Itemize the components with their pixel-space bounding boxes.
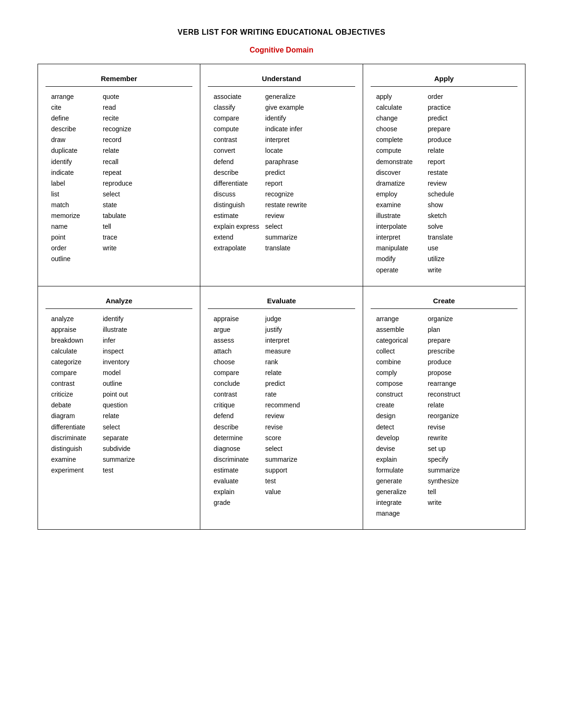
word-item: tabulate [103,210,154,221]
word-item: label [51,178,103,189]
word-item: specify [428,454,479,465]
remember-col2: quotereadreciterecognizerecordrelatereca… [103,91,154,265]
word-item: produce [428,135,479,145]
word-item: summarize [103,454,154,465]
word-item: show [428,200,479,210]
word-item: interpret [376,232,428,243]
word-item: predict [265,378,317,389]
word-item: manage [376,508,428,519]
word-item: explain [213,487,265,497]
word-item: translate [265,243,317,254]
word-item: collect [376,346,428,357]
word-item: examine [376,200,428,210]
word-item: contrast [51,378,103,389]
word-item: describe [213,167,265,178]
analyze-words: analyzeappraisebreakdowncalculatecategor… [46,309,192,480]
word-item: debate [51,400,103,411]
word-item: manipulate [376,243,428,254]
word-item: arrange [51,91,103,102]
analyze-cell: Analyze analyzeappraisebreakdowncalculat… [38,286,200,530]
word-item: diagram [51,411,103,421]
word-item: name [51,221,103,232]
word-item: estimate [213,210,265,221]
word-item: distinguish [213,200,265,210]
word-item: revise [428,422,479,433]
word-item: separate [103,433,154,443]
word-item: employ [376,189,428,200]
word-item: illustrate [376,210,428,221]
word-item: identify [265,113,317,124]
analyze-header: Analyze [46,292,192,309]
word-item: judge [265,314,317,324]
word-item: measure [265,346,317,357]
word-item: compare [51,368,103,378]
apply-col2: orderpracticepredictprepareproducerelate… [428,91,479,276]
evaluate-col2: judgejustifyinterpretmeasurerankrelatepr… [265,314,317,509]
word-item: explain [376,454,428,465]
word-item: practice [428,102,479,113]
word-item: set up [428,443,479,454]
word-item: justify [265,324,317,335]
word-item: determine [213,433,265,443]
page-title: VERB LIST FOR WRITING EDUCATIONAL OBJECT… [178,28,386,37]
word-item: cite [51,102,103,113]
word-item: record [103,135,154,145]
word-item: illustrate [103,324,154,335]
word-item: recognize [265,189,317,200]
word-item: change [376,113,428,124]
word-item: duplicate [51,145,103,156]
word-item: interpret [265,335,317,346]
word-item: compute [376,145,428,156]
word-item: devise [376,443,428,454]
word-item: contrast [213,135,265,145]
word-item: summarize [265,232,317,243]
word-item: reproduce [103,178,154,189]
word-item: argue [213,324,265,335]
remember-words: arrangecitedefinedescribedrawduplicateid… [46,87,192,270]
apply-col1: applycalculatechangechoosecompletecomput… [376,91,428,276]
word-item: restate [428,167,479,178]
word-item: comply [376,368,428,378]
word-item: point out [103,389,154,400]
word-item: give example [265,102,317,113]
word-item: appraise [213,314,265,324]
word-item: arrange [376,314,428,324]
word-item: associate [213,91,265,102]
word-item: rank [265,357,317,368]
word-item: explain express [213,221,265,232]
word-item: calculate [376,102,428,113]
word-item: match [51,200,103,210]
word-item: review [265,411,317,421]
word-item: define [51,113,103,124]
create-col2: organizeplanprepareprescribeproducepropo… [428,314,479,519]
word-item: discriminate [213,454,265,465]
word-item: relate [103,145,154,156]
word-item: recite [103,113,154,124]
word-item: compose [376,378,428,389]
word-item: question [103,400,154,411]
word-item: reorganize [428,411,479,421]
word-item: order [428,91,479,102]
word-item: relate [265,368,317,378]
word-item: extrapolate [213,243,265,254]
word-item: score [265,433,317,443]
word-item: generalize [265,91,317,102]
word-item: summarize [428,465,479,476]
word-item: outline [51,254,103,264]
word-item: value [265,487,317,497]
word-item: generalize [376,487,428,497]
word-item: identify [51,157,103,167]
word-item: compute [213,124,265,135]
word-item: subdivide [103,443,154,454]
evaluate-cell: Evaluate appraiseargueassessattachchoose… [200,286,363,530]
word-item: test [103,465,154,476]
word-item: rewrite [428,433,479,443]
word-item: create [376,400,428,411]
word-item: schedule [428,189,479,200]
word-item: review [428,178,479,189]
remember-cell: Remember arrangecitedefinedescribedrawdu… [38,64,200,286]
word-item: recall [103,157,154,167]
evaluate-col1: appraiseargueassessattachchoosecompareco… [213,314,265,509]
word-item: read [103,102,154,113]
word-item: use [428,243,479,254]
